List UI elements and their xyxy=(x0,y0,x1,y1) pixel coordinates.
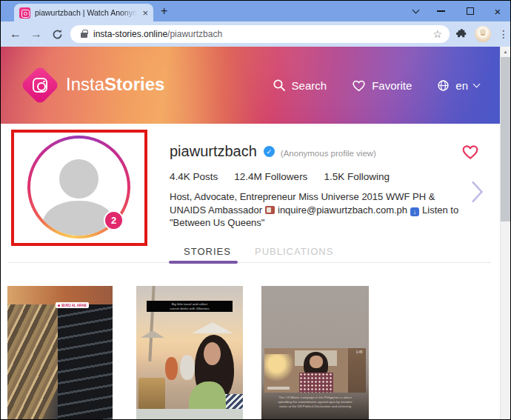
stat-posts: 4.4K Posts xyxy=(170,171,218,182)
story-caption: Big little travel and collect sunset dri… xyxy=(147,301,232,312)
window-close-button[interactable]: × xyxy=(490,1,506,21)
down-arrow-emoji-icon: ↓ xyxy=(410,207,419,216)
brand-title[interactable]: InstaStories xyxy=(66,74,164,95)
url-domain: insta-stories.online xyxy=(93,29,167,39)
tabs-divider xyxy=(8,262,491,263)
umbrella-shape xyxy=(192,322,233,333)
browser-menu-kebab-icon[interactable]: ⋮ xyxy=(498,21,510,47)
chevron-right-button[interactable] xyxy=(469,180,485,204)
tab-search-chevron-icon[interactable] xyxy=(408,1,423,21)
scrollbar-thumb[interactable] xyxy=(501,57,510,221)
page-content: InstaStories Search Favorite en xyxy=(1,47,510,419)
story-count-badge: 2 xyxy=(104,210,124,230)
brand-bold: Stories xyxy=(104,74,164,94)
video-watermark xyxy=(267,387,290,390)
tab-close-icon[interactable]: × xyxy=(142,8,148,18)
profile-info: piawurtzbach ✓ (Anonymous profile view) … xyxy=(170,143,475,230)
verified-badge-icon: ✓ xyxy=(264,146,275,157)
search-icon xyxy=(273,79,286,92)
umbrella-shape xyxy=(141,330,164,338)
bookmark-star-icon[interactable]: ☆ xyxy=(432,28,442,40)
active-tab-underline xyxy=(169,261,238,264)
story-thumbnail-3[interactable]: 1:45 The #JCMatter campaign in the Phili… xyxy=(261,286,369,419)
stat-following: 1.5K Following xyxy=(324,171,390,182)
stat-followers: 12.4M Followers xyxy=(234,171,307,182)
brand-regular: Insta xyxy=(66,74,104,94)
anonymous-note: (Anonymous profile view) xyxy=(281,149,376,158)
scrollbar-up-arrow[interactable]: ▲ xyxy=(501,47,510,57)
story-caption: The #JCMatter campaign in the Philippine… xyxy=(267,396,364,408)
site-nav: Search Favorite en xyxy=(273,47,479,124)
url-path: /piawurtzbach xyxy=(167,29,222,39)
browser-tab[interactable]: piawurtzbach | Watch Anonymou × xyxy=(14,4,153,21)
language-label: en xyxy=(455,79,468,92)
story-thumbnail-2[interactable]: Big little travel and collect sunset dri… xyxy=(136,286,243,419)
address-bar[interactable]: insta-stories.online/piawurtzbach ☆ xyxy=(70,25,450,43)
profile-bio: Host, Advocate, Entrepreneur Miss Univer… xyxy=(170,190,470,230)
favorite-heart-button[interactable] xyxy=(461,144,479,160)
story-thumbnail-1[interactable]: BURJ AL ARAB xyxy=(7,286,113,419)
language-selector[interactable]: en xyxy=(437,79,479,92)
nav-favorite[interactable]: Favorite xyxy=(352,79,412,92)
url-text: insta-stories.online/piawurtzbach xyxy=(93,29,428,39)
maximize-button[interactable] xyxy=(463,1,478,21)
site-header: InstaStories Search Favorite en xyxy=(1,47,500,124)
globe-icon xyxy=(437,79,450,92)
username: piawurtzbach xyxy=(170,143,257,160)
location-tag: BURJ AL ARAB xyxy=(56,302,88,308)
chevron-down-icon xyxy=(473,80,481,87)
back-button[interactable]: ← xyxy=(7,21,24,47)
extensions-puzzle-icon[interactable] xyxy=(455,28,467,40)
location-dot-icon xyxy=(58,304,60,307)
forward-button[interactable]: → xyxy=(27,21,45,47)
browser-toolbar: ← → insta-stories.online/piawurtzbach ☆ … xyxy=(1,21,510,47)
tab-title: piawurtzbach | Watch Anonymou xyxy=(35,8,139,17)
profile-stats: 4.4K Posts 12.4M Followers 1.5K Followin… xyxy=(170,171,475,182)
tab-publications[interactable]: PUBLICATIONS xyxy=(255,246,333,257)
nav-search-label: Search xyxy=(292,79,327,92)
title-bar: piawurtzbach | Watch Anonymou × + × xyxy=(1,1,510,21)
browser-window: piawurtzbach | Watch Anonymou × + × ← → … xyxy=(0,0,511,420)
video-timestamp: 1:45 xyxy=(356,350,363,354)
escalator-steps xyxy=(58,294,113,419)
site-favicon-icon xyxy=(19,7,30,19)
instastories-logo-icon[interactable] xyxy=(26,71,54,99)
minimize-button[interactable] xyxy=(433,1,448,21)
bio-email: inquire@piawurtzbach.com.ph xyxy=(278,204,407,216)
nav-favorite-label: Favorite xyxy=(372,79,412,92)
reload-button[interactable] xyxy=(48,21,66,47)
browser-profile-avatar[interactable] xyxy=(475,26,491,42)
tab-stories[interactable]: STORIES xyxy=(184,246,231,257)
video-frame: 1:45 xyxy=(264,348,365,393)
new-tab-button[interactable]: + xyxy=(161,4,167,18)
mailbox-emoji-icon xyxy=(265,206,275,214)
nav-search[interactable]: Search xyxy=(273,79,327,92)
heart-icon xyxy=(352,79,366,92)
page-scrollbar[interactable]: ▲ xyxy=(500,47,510,419)
lock-icon xyxy=(81,33,87,38)
